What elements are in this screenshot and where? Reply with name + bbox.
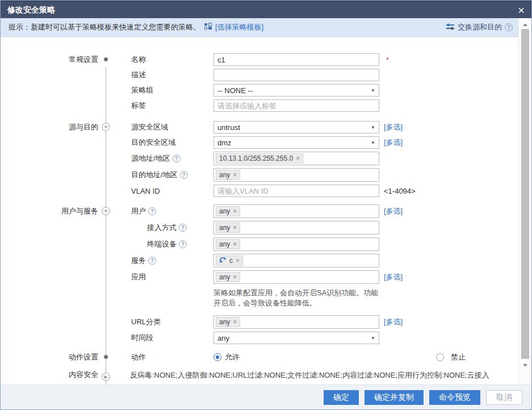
- ok-button[interactable]: 确定: [324, 390, 359, 405]
- user-multi-link[interactable]: [多选]: [384, 206, 403, 216]
- tag-chip: any ×: [216, 317, 240, 327]
- tag-chip: any ×: [216, 239, 240, 249]
- help-icon[interactable]: ?: [179, 240, 187, 248]
- tag-chip: c ×: [216, 256, 243, 266]
- user-label: 用户?: [114, 206, 213, 216]
- src-zone-select[interactable]: untrust ▼: [213, 121, 379, 133]
- dialog-title: 修改安全策略: [7, 5, 55, 15]
- scrollbar-thumb[interactable]: [521, 29, 529, 359]
- tag-input[interactable]: [213, 99, 379, 112]
- help-icon[interactable]: ?: [148, 207, 156, 215]
- policy-form: 常规设置 名称 * 描述: [1, 37, 518, 384]
- action-allow-radio[interactable]: 允许: [213, 352, 240, 362]
- src-addr-tagbox[interactable]: 10.13.1.0/255.255.255.0 ×: [213, 152, 379, 165]
- help-icon[interactable]: ?: [180, 171, 188, 179]
- radio-unselected-icon: [436, 353, 444, 361]
- chevron-down-icon: ▼: [371, 125, 375, 130]
- src-addr-label: 源地址/地区?: [114, 153, 213, 164]
- service-group-icon: [219, 257, 227, 265]
- chip-remove-icon[interactable]: ×: [233, 318, 237, 326]
- chip-remove-icon[interactable]: ×: [233, 240, 237, 248]
- dst-zone-multi-link[interactable]: [多选]: [384, 137, 403, 148]
- app-tagbox[interactable]: any ×: [213, 270, 379, 284]
- collapse-chevron-down-icon[interactable]: ▼: [102, 123, 110, 131]
- name-input[interactable]: [213, 53, 379, 66]
- service-tagbox[interactable]: c ×: [213, 254, 379, 267]
- url-category-tagbox[interactable]: any ×: [213, 315, 379, 329]
- chip-remove-icon[interactable]: ×: [233, 224, 237, 232]
- chip-remove-icon[interactable]: ×: [233, 171, 237, 179]
- hint-text: 提示：新建时可以基于策略模板来快速定义您需要的策略。: [9, 22, 200, 32]
- tag-chip: any ×: [216, 206, 240, 216]
- app-note-text: 策略如果配置应用，会自动开启SA识别功能。功能开启后，会导致设备性能降低。: [213, 288, 384, 308]
- action-label: 动作: [114, 352, 213, 362]
- schedule-select[interactable]: any ▼: [213, 332, 379, 344]
- section-user-service[interactable]: 用户与服务 ▼: [1, 206, 114, 216]
- section-dot-marker: [104, 355, 108, 359]
- src-zone-multi-link[interactable]: [多选]: [384, 122, 403, 132]
- tag-chip: any ×: [216, 272, 240, 282]
- collapse-chevron-down-icon[interactable]: ▼: [102, 207, 110, 215]
- access-mode-tagbox[interactable]: any ×: [213, 221, 379, 235]
- help-icon[interactable]: ?: [173, 154, 181, 162]
- chevron-down-icon: ▼: [371, 88, 375, 93]
- user-tagbox[interactable]: any ×: [213, 204, 379, 218]
- help-icon[interactable]: ?: [179, 224, 187, 232]
- section-action: 动作设置: [1, 352, 114, 362]
- chip-remove-icon[interactable]: ×: [233, 273, 237, 281]
- template-icon: [204, 23, 212, 32]
- dialog-content: 提示：新建时可以基于策略模板来快速定义您需要的策略。 [选择策略模板]: [1, 18, 518, 384]
- dialog-titlebar: 修改安全策略 ×: [1, 1, 531, 18]
- section-content-security[interactable]: 内容安全 ▶: [1, 367, 114, 380]
- policy-group-select[interactable]: -- NONE -- ▼: [213, 84, 379, 97]
- scroll-up-icon[interactable]: [519, 20, 531, 29]
- dst-zone-label: 目的安全区域: [114, 137, 213, 148]
- vlan-range-hint: <1-4094>: [384, 187, 416, 195]
- url-category-multi-link[interactable]: [多选]: [384, 317, 403, 327]
- swap-src-dst-control[interactable]: 交换源和目的 ?: [446, 22, 513, 32]
- terminal-tagbox[interactable]: any ×: [213, 237, 379, 251]
- modify-security-policy-dialog: 修改安全策略 × 提示：新建时可以基于策略模板来快速定义您需要的策略。: [0, 0, 532, 410]
- help-icon[interactable]: ?: [505, 23, 513, 31]
- select-policy-template-link[interactable]: [选择策略模板]: [215, 22, 263, 32]
- collapse-chevron-right-icon[interactable]: ▶: [102, 373, 110, 381]
- chip-remove-icon[interactable]: ×: [296, 154, 300, 162]
- section-src-dst[interactable]: 源与目的 ▼: [1, 122, 114, 132]
- chip-remove-icon[interactable]: ×: [233, 207, 237, 215]
- action-deny-radio[interactable]: 禁止: [436, 352, 466, 362]
- access-mode-label: 接入方式?: [114, 223, 213, 233]
- help-icon[interactable]: ?: [148, 257, 156, 265]
- dst-addr-tagbox[interactable]: any ×: [213, 168, 379, 182]
- tag-chip: any ×: [216, 223, 240, 233]
- tag-label: 标签: [114, 101, 213, 111]
- hint-bar: 提示：新建时可以基于策略模板来快速定义您需要的策略。 [选择策略模板]: [1, 18, 518, 37]
- chip-remove-icon[interactable]: ×: [236, 257, 240, 265]
- dst-zone-select[interactable]: dmz ▼: [213, 136, 379, 149]
- required-asterisk: *: [386, 56, 389, 64]
- url-category-label: URL分类: [114, 317, 213, 327]
- section-general: 常规设置: [1, 55, 114, 65]
- description-input[interactable]: [213, 69, 379, 81]
- content-security-summary: 反病毒:NONE;入侵防御:NONE;URL过滤:NONE;文件过滤:NONE;…: [130, 367, 496, 384]
- ok-and-copy-button[interactable]: 确定并复制: [365, 390, 424, 405]
- terminal-label: 终端设备?: [114, 239, 213, 249]
- src-zone-label: 源安全区域: [114, 122, 213, 132]
- scroll-down-icon[interactable]: [519, 361, 531, 370]
- app-label: 应用: [114, 272, 213, 282]
- swap-label: 交换源和目的: [458, 22, 502, 32]
- vertical-scrollbar[interactable]: [518, 18, 531, 384]
- tag-chip: any ×: [216, 170, 240, 180]
- schedule-label: 时间段: [114, 333, 213, 343]
- dialog-footer: 确定 确定并复制 命令预览 取消: [1, 384, 531, 409]
- chevron-down-icon: ▼: [371, 140, 375, 145]
- tag-chip: 10.13.1.0/255.255.255.0 ×: [216, 153, 303, 164]
- swap-arrows-icon: [446, 23, 455, 32]
- vlan-label: VLAN ID: [114, 187, 213, 195]
- vlan-input[interactable]: [213, 185, 379, 197]
- dialog-body: 提示：新建时可以基于策略模板来快速定义您需要的策略。 [选择策略模板]: [1, 18, 531, 384]
- app-multi-link[interactable]: [多选]: [384, 272, 403, 282]
- close-icon[interactable]: ×: [518, 5, 525, 16]
- command-preview-button[interactable]: 命令预览: [429, 390, 480, 405]
- cancel-button[interactable]: 取消: [486, 390, 522, 405]
- radio-selected-icon: [213, 353, 221, 361]
